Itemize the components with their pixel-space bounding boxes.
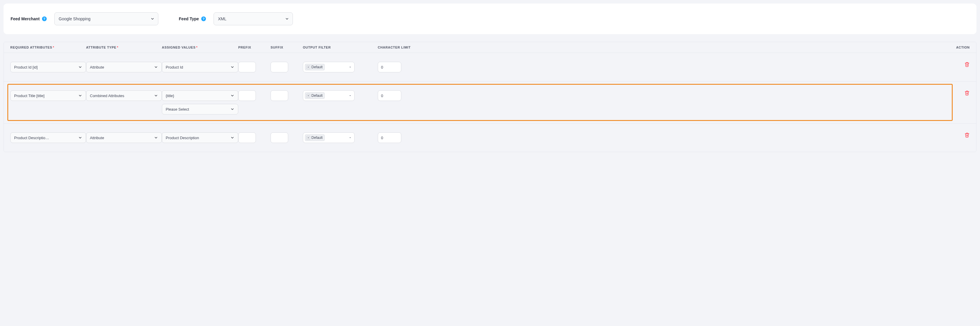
th-action: ACTION [432, 46, 970, 49]
filter-chip: ×Default [305, 134, 325, 141]
feed-type-label: Feed Type ? [179, 16, 206, 21]
th-prefix: PREFIX [238, 46, 270, 49]
filter-chip: ×Default [305, 93, 325, 99]
required-attribute-select[interactable]: Product Title [title] [10, 90, 86, 101]
chevron-down-icon [230, 107, 234, 111]
table-header: REQUIRED ATTRIBUTES ATTRIBUTE TYPE ASSIG… [4, 42, 976, 53]
filter-chip: ×Default [305, 64, 325, 70]
chevron-down-icon [154, 136, 158, 140]
feed-type-select[interactable]: XML [213, 12, 293, 25]
suffix-input[interactable] [270, 133, 288, 143]
prefix-input[interactable] [238, 90, 256, 101]
th-suffix: SUFFIX [270, 46, 303, 49]
assigned-value-select[interactable]: Product Description [162, 133, 238, 143]
assigned-value-secondary-select[interactable]: Please Select [162, 104, 238, 115]
trash-icon[interactable] [964, 62, 970, 67]
feed-merchant-value: Google Shopping [59, 16, 91, 21]
chevron-down-icon [78, 94, 82, 97]
feed-type-group: Feed Type ? XML [179, 12, 293, 25]
attribute-type-select[interactable]: Combined Attributes [86, 90, 162, 101]
feed-type-label-text: Feed Type [179, 16, 199, 21]
table-row: Product Title [title]Combined Attributes… [4, 81, 976, 123]
th-type: ATTRIBUTE TYPE [86, 46, 162, 49]
chevron-down-icon [348, 94, 352, 97]
suffix-input[interactable] [270, 62, 288, 72]
trash-icon[interactable] [964, 90, 970, 96]
attribute-type-select[interactable]: Attribute [86, 62, 162, 72]
prefix-input[interactable] [238, 62, 256, 72]
chevron-down-icon [348, 136, 352, 139]
highlight-frame [7, 84, 953, 121]
th-assigned: ASSIGNED VALUES [162, 46, 238, 49]
th-filter: OUTPUT FILTER [303, 46, 378, 49]
chevron-down-icon [348, 66, 352, 69]
feed-header-card: Feed Merchant ? Google Shopping Feed Typ… [3, 3, 977, 34]
feed-merchant-label-text: Feed Merchant [11, 16, 40, 21]
chip-remove-icon[interactable]: × [306, 136, 310, 140]
chevron-down-icon [78, 65, 82, 69]
required-attribute-select[interactable]: Product Description [description] [10, 133, 86, 143]
chevron-down-icon [78, 136, 82, 140]
assigned-value-select[interactable]: Product Id [162, 62, 238, 72]
table-row: Product Id [id]AttributeProduct Id×Defau… [4, 53, 976, 81]
chip-remove-icon[interactable]: × [306, 94, 310, 97]
assigned-value-select[interactable]: {title} [162, 90, 238, 101]
suffix-input[interactable] [270, 90, 288, 101]
trash-icon[interactable] [964, 133, 970, 138]
character-limit-input[interactable] [378, 133, 401, 143]
chevron-down-icon [154, 65, 158, 69]
attributes-table: REQUIRED ATTRIBUTES ATTRIBUTE TYPE ASSIG… [3, 42, 977, 152]
output-filter-select[interactable]: ×Default [303, 90, 355, 101]
chevron-down-icon [230, 94, 234, 97]
chevron-down-icon [230, 65, 234, 69]
chevron-down-icon [285, 17, 289, 21]
output-filter-select[interactable]: ×Default [303, 62, 355, 72]
help-icon[interactable]: ? [42, 16, 47, 21]
chip-remove-icon[interactable]: × [306, 66, 310, 69]
th-charlimit: CHARACTER LIMIT [378, 46, 432, 49]
output-filter-select[interactable]: ×Default [303, 133, 355, 143]
th-required: REQUIRED ATTRIBUTES [10, 46, 86, 49]
feed-type-value: XML [218, 16, 226, 21]
feed-merchant-select[interactable]: Google Shopping [54, 12, 158, 25]
feed-merchant-group: Feed Merchant ? Google Shopping [11, 12, 158, 25]
character-limit-input[interactable] [378, 62, 401, 72]
chevron-down-icon [150, 17, 154, 21]
help-icon[interactable]: ? [201, 16, 206, 21]
prefix-input[interactable] [238, 133, 256, 143]
table-row: Product Description [description]Attribu… [4, 123, 976, 152]
attribute-type-select[interactable]: Attribute [86, 133, 162, 143]
character-limit-input[interactable] [378, 90, 401, 101]
required-attribute-select[interactable]: Product Id [id] [10, 62, 86, 72]
chevron-down-icon [230, 136, 234, 140]
feed-merchant-label: Feed Merchant ? [11, 16, 47, 21]
chevron-down-icon [154, 94, 158, 97]
